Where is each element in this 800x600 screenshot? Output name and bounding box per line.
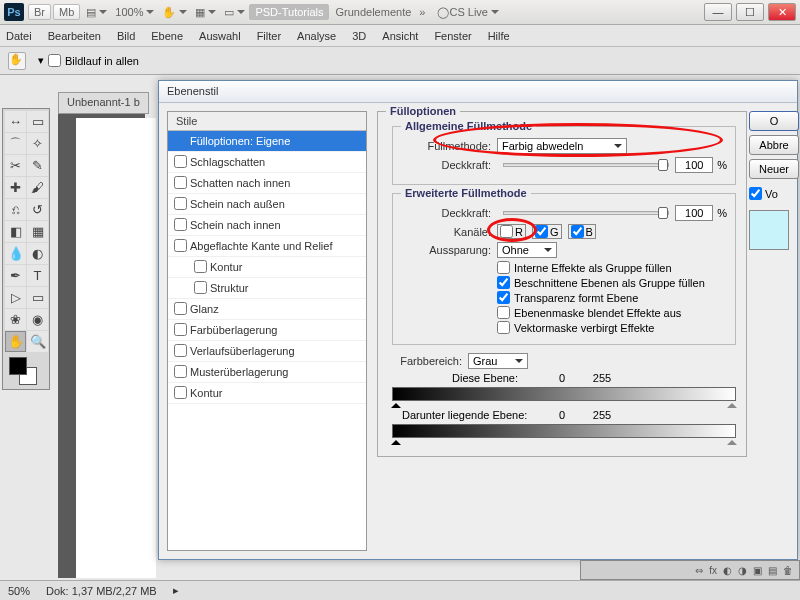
color-swatches[interactable] [5,357,48,387]
preview-checkbox[interactable]: Vo [749,187,799,200]
zoom-level[interactable]: 100% [115,6,154,18]
style-item[interactable]: Kontur [168,257,366,278]
path-tool-icon[interactable]: ▷ [5,287,26,308]
title-bar: Ps Br Mb ▤ 100% ✋ ▦ ▭ PSD-Tutorials Grun… [0,0,800,25]
adv-check[interactable]: Beschnittene Ebenen als Gruppe füllen [497,276,727,289]
adv-check[interactable]: Vektormaske verbirgt Effekte [497,321,727,334]
hand-tool-icon[interactable]: ✋ [162,6,187,19]
style-item[interactable]: Abgeflachte Kante und Relief [168,236,366,257]
document-canvas[interactable] [76,118,156,578]
workspace-more-icon[interactable]: » [419,6,425,18]
adv-opacity-slider[interactable] [503,211,669,215]
knockout-select[interactable]: Ohne [497,242,557,258]
3d-tool-icon[interactable]: ❀ [5,309,26,330]
history-brush-tool-icon[interactable]: ↺ [27,199,48,220]
move-tool-icon[interactable]: ↔ [5,111,26,132]
heal-tool-icon[interactable]: ✚ [5,177,26,198]
minimize-button[interactable]: — [704,3,732,21]
screenmode-icon[interactable]: ▭ [224,6,245,19]
adv-check[interactable]: Interne Effekte als Gruppe füllen [497,261,727,274]
dialog-title: Ebenenstil [159,81,797,103]
menu-bar: DateiBearbeitenBildEbeneAuswahlFilterAna… [0,25,800,47]
wand-tool-icon[interactable]: ✧ [27,133,48,154]
blendif-select[interactable]: Grau [468,353,528,369]
status-doc-size[interactable]: Dok: 1,37 MB/2,27 MB [46,585,157,597]
dodge-tool-icon[interactable]: ◐ [27,243,48,264]
style-item[interactable]: Kontur [168,383,366,404]
blendif-under-slider[interactable] [392,424,736,438]
opacity-slider[interactable] [503,163,669,167]
link-icon[interactable]: ⇔ [695,565,703,576]
menu-auswahl[interactable]: Auswahl [199,30,241,42]
knockout-label: Aussparung: [401,244,491,256]
folder-icon[interactable]: ▣ [753,565,762,576]
brush-tool-icon[interactable]: 🖌 [27,177,48,198]
scroll-all-checkbox[interactable] [48,54,61,67]
opacity-value[interactable]: 100 [675,157,713,173]
mask-icon[interactable]: ◐ [723,565,732,576]
arrange-icon[interactable]: ▦ [195,6,216,19]
status-arrow-icon[interactable]: ▸ [173,584,179,597]
menu-fenster[interactable]: Fenster [434,30,471,42]
style-item[interactable]: Fülloptionen: Eigene [168,131,366,152]
hand-tool-icon[interactable]: ✋ [5,331,26,352]
style-item[interactable]: Verlaufsüberlagerung [168,341,366,362]
workspace-other[interactable]: Grundelemente [335,6,411,18]
eraser-tool-icon[interactable]: ◧ [5,221,26,242]
style-item[interactable]: Farbüberlagerung [168,320,366,341]
current-tool-icon[interactable]: ✋ [8,52,26,70]
channel-b[interactable]: B [568,224,596,239]
style-item[interactable]: Musterüberlagerung [168,362,366,383]
pen-tool-icon[interactable]: ✒ [5,265,26,286]
general-fill-group: Allgemeine Füllmethode Füllmethode: Farb… [392,126,736,185]
type-tool-icon[interactable]: T [27,265,48,286]
menu-hilfe[interactable]: Hilfe [488,30,510,42]
document-tab[interactable]: Unbenannt-1 b [58,92,149,114]
adv-check[interactable]: Ebenenmaske blendet Effekte aus [497,306,727,319]
maximize-button[interactable]: ☐ [736,3,764,21]
3dcam-tool-icon[interactable]: ◉ [27,309,48,330]
ok-button[interactable]: O [749,111,799,131]
crop-tool-icon[interactable]: ✂ [5,155,26,176]
zoom-tool-icon[interactable]: 🔍 [27,331,48,352]
cslive-button[interactable]: ◯ CS Live [437,6,499,19]
shape-tool-icon[interactable]: ▭ [27,287,48,308]
new-style-button[interactable]: Neuer [749,159,799,179]
style-item[interactable]: Schlagschatten [168,152,366,173]
trash-icon[interactable]: 🗑 [783,565,793,576]
menu-datei[interactable]: Datei [6,30,32,42]
menu-bild[interactable]: Bild [117,30,135,42]
adv-check[interactable]: Transparenz formt Ebene [497,291,727,304]
stamp-tool-icon[interactable]: ⎌ [5,199,26,220]
adv-opacity-value[interactable]: 100 [675,205,713,221]
status-zoom[interactable]: 50% [8,585,30,597]
view-menu-icon[interactable]: ▤ [86,6,107,19]
close-button[interactable]: ✕ [768,3,796,21]
menu-3d[interactable]: 3D [352,30,366,42]
workspace-active[interactable]: PSD-Tutorials [249,4,329,20]
menu-analyse[interactable]: Analyse [297,30,336,42]
adjustment-icon[interactable]: ◑ [738,565,747,576]
menu-ansicht[interactable]: Ansicht [382,30,418,42]
new-layer-icon[interactable]: ▤ [768,565,777,576]
lasso-tool-icon[interactable]: ⌒ [5,133,26,154]
gradient-tool-icon[interactable]: ▦ [27,221,48,242]
marquee-tool-icon[interactable]: ▭ [27,111,48,132]
menu-ebene[interactable]: Ebene [151,30,183,42]
style-item[interactable]: Schein nach innen [168,215,366,236]
bridge-button[interactable]: Br [28,4,51,20]
fill-options-title: Fülloptionen [386,105,460,117]
menu-filter[interactable]: Filter [257,30,281,42]
style-item[interactable]: Schatten nach innen [168,173,366,194]
eyedropper-tool-icon[interactable]: ✎ [27,155,48,176]
minibridge-button[interactable]: Mb [53,4,80,20]
blur-tool-icon[interactable]: 💧 [5,243,26,264]
style-item[interactable]: Struktur [168,278,366,299]
blendif-this-slider[interactable] [392,387,736,401]
advanced-fill-title: Erweiterte Füllmethode [401,187,531,199]
style-item[interactable]: Schein nach außen [168,194,366,215]
menu-bearbeiten[interactable]: Bearbeiten [48,30,101,42]
fx-icon[interactable]: fx [709,565,717,576]
cancel-button[interactable]: Abbre [749,135,799,155]
style-item[interactable]: Glanz [168,299,366,320]
